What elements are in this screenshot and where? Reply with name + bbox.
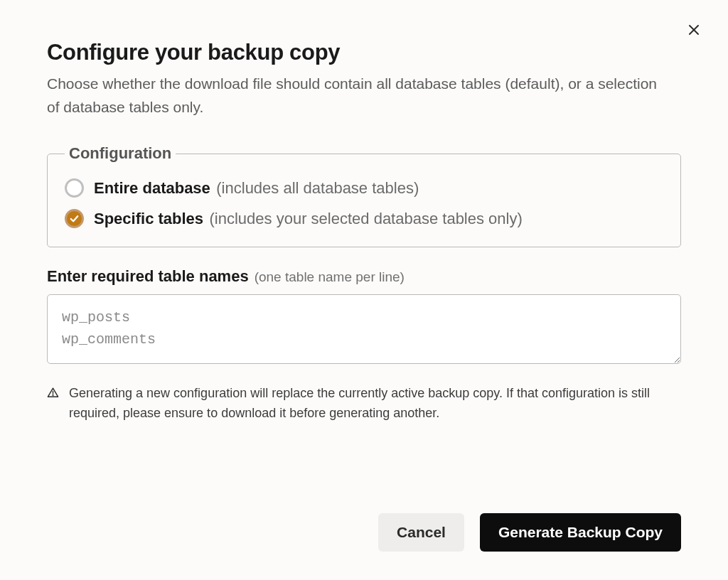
backup-config-modal: Configure your backup copy Choose whethe… — [7, 0, 721, 574]
radio-icon — [65, 178, 84, 198]
warning-text: Generating a new configuration will repl… — [69, 384, 681, 424]
modal-title: Configure your backup copy — [47, 40, 681, 65]
tables-label-text: Enter required table names — [47, 267, 249, 286]
tables-label-hint: (one table name per line) — [255, 269, 405, 285]
svg-point-3 — [53, 395, 53, 396]
configuration-fieldset: Configuration Entire database (includes … — [47, 144, 681, 247]
table-names-input[interactable] — [47, 294, 681, 364]
close-button[interactable] — [684, 20, 704, 40]
radio-hint: (includes all database tables) — [216, 179, 419, 197]
radio-label: Entire database — [94, 179, 210, 197]
radio-label: Specific tables — [94, 210, 203, 227]
close-icon — [688, 24, 700, 36]
configuration-legend: Configuration — [65, 144, 176, 163]
radio-specific-tables[interactable]: Specific tables (includes your selected … — [65, 203, 663, 234]
warning-message: Generating a new configuration will repl… — [47, 384, 681, 424]
radio-entire-database[interactable]: Entire database (includes all database t… — [65, 173, 663, 203]
generate-backup-button[interactable]: Generate Backup Copy — [480, 513, 681, 552]
radio-hint: (includes your selected database tables … — [210, 210, 523, 227]
tables-field-label: Enter required table names (one table na… — [47, 267, 681, 286]
cancel-button[interactable]: Cancel — [378, 513, 464, 552]
modal-subtitle: Choose whether the download file should … — [47, 72, 673, 119]
modal-footer: Cancel Generate Backup Copy — [47, 496, 681, 552]
radio-icon-selected — [65, 209, 84, 228]
warning-icon — [47, 387, 59, 399]
